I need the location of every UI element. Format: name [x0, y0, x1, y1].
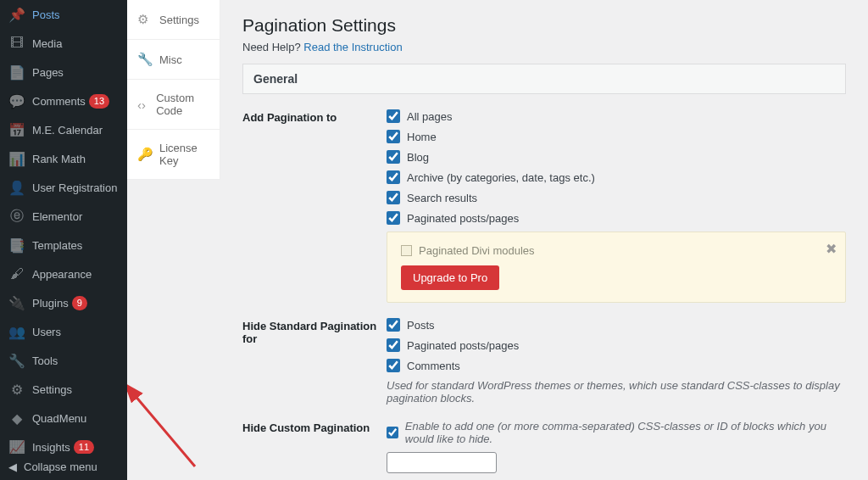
page-title: Pagination Settings	[242, 15, 846, 36]
checkbox-archive-by-categories-date-tags-etc-[interactable]: Archive (by categories, date, tags etc.)	[387, 170, 846, 184]
hide-custom-checkbox[interactable]: Enable to add one (or more comma-separat…	[387, 420, 846, 445]
row-label-hide-std: Hide Standard Pagination for	[242, 318, 387, 405]
count-badge: 9	[72, 296, 87, 310]
collapse-label: Collapse menu	[24, 460, 97, 473]
menu-icon: 📅	[8, 121, 25, 138]
menu-icon: 🔧	[8, 352, 25, 369]
checkbox-hide-paginated-posts-pages[interactable]: Paginated posts/pages	[387, 338, 846, 352]
annotation-arrow	[127, 382, 229, 475]
svg-line-0	[134, 394, 195, 466]
main-content: Pagination Settings Need Help? Read the …	[220, 0, 868, 480]
menu-icon: 📌	[8, 6, 25, 23]
menu-icon: ◆	[8, 410, 25, 427]
menu-icon: 👥	[8, 323, 25, 340]
sidebar-item-tools[interactable]: 🔧Tools	[0, 346, 127, 375]
count-badge: 11	[74, 440, 94, 455]
checkbox-home[interactable]: Home	[387, 130, 846, 143]
collapse-icon: ◀	[8, 460, 17, 473]
upgrade-pro-button[interactable]: Upgrade to Pro	[401, 265, 499, 290]
sidebar-item-posts[interactable]: 📌Posts	[0, 0, 127, 29]
collapse-menu[interactable]: ◀ Collapse menu	[0, 454, 127, 480]
tab-icon: ⚙	[137, 12, 153, 27]
row-label-add: Add Pagination to	[242, 109, 387, 303]
menu-icon: ⓔ	[8, 208, 25, 225]
tab-license-key[interactable]: 🔑License Key	[127, 130, 220, 180]
sidebar-item-appearance[interactable]: 🖌Appearance	[0, 260, 127, 288]
sidebar-item-elementor[interactable]: ⓔElementor	[0, 202, 127, 231]
menu-icon: 🖌	[8, 265, 25, 282]
row-label-hide-custom: Hide Custom Pagination	[242, 420, 387, 480]
pro-disabled-option: Paginated Divi modules	[401, 244, 832, 257]
checkbox-hide-posts[interactable]: Posts	[387, 318, 846, 332]
admin-sidebar: 📌Posts🎞Media📄Pages💬Comments13📅M.E. Calen…	[0, 0, 127, 480]
menu-icon: 💬	[8, 92, 25, 109]
checkbox-blog[interactable]: Blog	[387, 150, 846, 164]
tab-icon: 🔑	[137, 147, 153, 162]
checkbox-all-pages[interactable]: All pages	[387, 109, 846, 123]
menu-icon: 📑	[8, 237, 25, 254]
sidebar-item-plugins[interactable]: 🔌Plugins9	[0, 288, 127, 317]
menu-icon: ⚙	[8, 381, 25, 398]
menu-icon: 📈	[8, 438, 25, 455]
help-link[interactable]: Read the Instruction	[303, 41, 402, 53]
menu-icon: 🎞	[8, 35, 25, 52]
count-badge: 13	[89, 94, 109, 109]
settings-tabs: ⚙Settings🔧Misc‹›Custom Code🔑License Key	[127, 0, 220, 180]
close-icon[interactable]: ✖	[826, 241, 837, 257]
tab-icon: ‹›	[137, 98, 149, 112]
menu-icon: 👤	[8, 179, 25, 196]
sidebar-item-users[interactable]: 👥Users	[0, 317, 127, 346]
menu-icon: 🔌	[8, 294, 25, 311]
checkbox-hide-comments[interactable]: Comments	[387, 359, 846, 372]
pro-upsell-box: ✖ Paginated Divi modules Upgrade to Pro	[387, 232, 846, 303]
tab-misc[interactable]: 🔧Misc	[127, 40, 220, 80]
sidebar-item-templates[interactable]: 📑Templates	[0, 231, 127, 260]
hide-custom-input[interactable]	[387, 452, 497, 473]
sidebar-item-media[interactable]: 🎞Media	[0, 29, 127, 58]
sidebar-item-rank-math[interactable]: 📊Rank Math	[0, 144, 127, 173]
sidebar-item-quadmenu[interactable]: ◆QuadMenu	[0, 404, 127, 433]
tab-settings[interactable]: ⚙Settings	[127, 0, 220, 40]
section-general: General	[242, 64, 846, 94]
hide-std-note: Used for standard WordPress themes or th…	[387, 379, 846, 405]
sidebar-item-settings[interactable]: ⚙Settings	[0, 375, 127, 404]
tab-custom-code[interactable]: ‹›Custom Code	[127, 80, 220, 130]
menu-icon: 📊	[8, 150, 25, 167]
checkbox-search-results[interactable]: Search results	[387, 191, 846, 204]
sidebar-item-comments[interactable]: 💬Comments13	[0, 87, 127, 115]
checkbox-paginated-posts-pages[interactable]: Paginated posts/pages	[387, 211, 846, 225]
menu-icon: 📄	[8, 64, 25, 81]
help-text: Need Help? Read the Instruction	[242, 41, 846, 53]
sidebar-item-m-e-calendar[interactable]: 📅M.E. Calendar	[0, 115, 127, 144]
sidebar-item-pages[interactable]: 📄Pages	[0, 58, 127, 87]
sidebar-item-user-registration[interactable]: 👤User Registration	[0, 173, 127, 202]
tab-icon: 🔧	[137, 52, 153, 67]
